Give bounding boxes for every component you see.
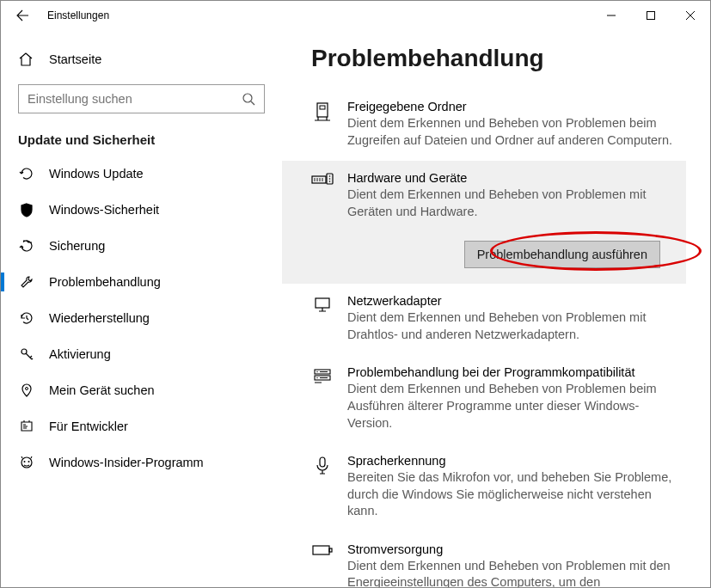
troubleshoot-item-title: Problembehandlung bei der Programmkompat…	[347, 365, 676, 379]
home-icon	[18, 52, 35, 67]
svg-rect-9	[312, 176, 326, 183]
sidebar-item-label: Wiederherstellung	[49, 311, 150, 325]
sidebar-item-label: Windows Update	[49, 167, 144, 181]
svg-point-6	[28, 461, 30, 462]
svg-point-13	[329, 181, 331, 182]
sidebar-item-activation[interactable]: Aktivierung	[1, 336, 282, 372]
troubleshoot-item-title: Freigegebene Ordner	[347, 100, 676, 113]
sidebar-item-label: Sicherung	[49, 239, 105, 253]
svg-rect-20	[313, 546, 329, 554]
svg-point-17	[316, 371, 317, 372]
troubleshoot-item-shared-folders[interactable]: Freigegebene Ordner Dient dem Erkennen u…	[282, 89, 686, 161]
sidebar-item-label: Windows-Sicherheit	[49, 203, 159, 217]
titlebar: Einstellungen	[1, 1, 710, 29]
search-field[interactable]	[28, 92, 242, 106]
sidebar-item-find-my-device[interactable]: Mein Gerät suchen	[1, 372, 282, 408]
settings-window: Einstellungen Startseite	[0, 0, 711, 588]
svg-point-1	[243, 94, 252, 102]
troubleshoot-item-title: Hardware und Geräte	[347, 171, 676, 185]
svg-rect-21	[329, 548, 332, 552]
minimize-button[interactable]	[591, 1, 631, 29]
arrow-left-icon	[15, 9, 29, 22]
sidebar-item-windows-security[interactable]: Windows-Sicherheit	[1, 192, 282, 228]
run-troubleshooter-button[interactable]: Problembehandlung ausführen	[464, 241, 660, 268]
battery-icon	[311, 542, 334, 587]
network-adapter-icon	[311, 294, 334, 343]
troubleshoot-item-program-compat[interactable]: Problembehandlung bei der Programmkompat…	[282, 355, 686, 444]
close-icon	[686, 11, 695, 20]
program-compat-icon	[311, 365, 334, 432]
svg-rect-14	[316, 298, 329, 308]
sidebar: Startseite Update und Sicherheit Windows…	[1, 29, 282, 587]
home-button[interactable]: Startseite	[1, 41, 282, 77]
svg-point-18	[316, 377, 317, 378]
main-content: Problembehandlung Freigegebene Ordner Di…	[282, 29, 710, 587]
minimize-icon	[607, 11, 616, 20]
svg-point-5	[24, 461, 26, 462]
search-input[interactable]	[18, 84, 265, 113]
sidebar-item-label: Für Entwickler	[49, 420, 128, 433]
section-title: Update und Sicherheit	[1, 127, 282, 156]
backup-icon	[18, 238, 35, 254]
svg-rect-7	[317, 103, 328, 117]
troubleshoot-item-hardware[interactable]: Hardware und Geräte Dient dem Erkennen u…	[282, 161, 686, 284]
maximize-icon	[647, 11, 655, 20]
shield-icon	[18, 202, 35, 217]
troubleshoot-item-desc: Dient dem Erkennen und Beheben von Probl…	[347, 115, 676, 149]
troubleshoot-list: Freigegebene Ordner Dient dem Erkennen u…	[282, 89, 686, 587]
key-icon	[18, 346, 35, 362]
hardware-icon	[311, 171, 334, 268]
troubleshoot-item-desc: Dient dem Erkennen und Beheben von Probl…	[347, 381, 676, 432]
microphone-icon	[311, 454, 334, 520]
sidebar-item-label: Aktivierung	[49, 347, 111, 361]
troubleshoot-item-power[interactable]: Stromversorgung Dient dem Erkennen und B…	[282, 532, 686, 587]
troubleshoot-item-title: Netzwerkadapter	[347, 294, 676, 308]
search-icon	[242, 92, 255, 106]
developer-icon	[18, 419, 35, 434]
wrench-icon	[18, 274, 35, 290]
sidebar-item-backup[interactable]: Sicherung	[1, 228, 282, 264]
sidebar-item-developer[interactable]: Für Entwickler	[1, 408, 282, 444]
troubleshoot-item-title: Spracherkennung	[347, 454, 676, 468]
troubleshoot-item-desc: Dient dem Erkennen und Beheben von Probl…	[347, 558, 676, 587]
svg-point-11	[329, 175, 331, 177]
sidebar-item-label: Windows-Insider-Programm	[49, 456, 204, 469]
close-button[interactable]	[671, 1, 710, 29]
sidebar-item-label: Mein Gerät suchen	[49, 383, 155, 397]
troubleshoot-item-desc: Dient dem Erkennen und Beheben von Probl…	[347, 309, 676, 343]
sidebar-item-recovery[interactable]: Wiederherstellung	[1, 300, 282, 336]
sidebar-item-label: Problembehandlung	[49, 275, 161, 289]
home-label: Startseite	[49, 52, 101, 66]
shared-folders-icon	[311, 100, 334, 149]
page-title: Problembehandlung	[311, 45, 686, 72]
history-icon	[18, 310, 35, 326]
back-button[interactable]	[4, 1, 40, 29]
window-title: Einstellungen	[47, 9, 109, 21]
insider-icon	[18, 455, 35, 470]
location-icon	[18, 383, 35, 398]
svg-point-12	[329, 178, 331, 180]
maximize-button[interactable]	[631, 1, 671, 29]
sidebar-item-troubleshoot[interactable]: Problembehandlung	[1, 264, 282, 300]
svg-rect-0	[647, 11, 655, 19]
svg-point-3	[26, 388, 28, 390]
svg-rect-8	[320, 106, 325, 109]
sidebar-item-windows-update[interactable]: Windows Update	[1, 156, 282, 192]
troubleshoot-item-desc: Bereiten Sie das Mikrofon vor, und beheb…	[347, 469, 676, 520]
troubleshoot-item-title: Stromversorgung	[347, 542, 676, 556]
troubleshoot-item-speech[interactable]: Spracherkennung Bereiten Sie das Mikrofo…	[282, 444, 686, 532]
sidebar-item-insider[interactable]: Windows-Insider-Programm	[1, 444, 282, 481]
svg-rect-19	[320, 457, 325, 467]
troubleshoot-item-desc: Dient dem Erkennen und Beheben von Probl…	[347, 187, 676, 220]
update-icon	[18, 166, 35, 181]
troubleshoot-item-network-adapter[interactable]: Netzwerkadapter Dient dem Erkennen und B…	[282, 284, 686, 355]
